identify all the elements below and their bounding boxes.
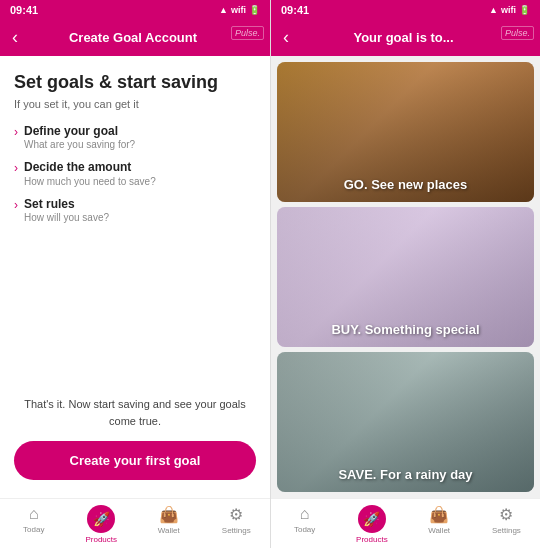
pulse-logo-left: Pulse. bbox=[231, 26, 264, 40]
goal-card-savings[interactable]: SAVE. For a rainy day bbox=[277, 352, 534, 492]
nav-settings-label-right: Settings bbox=[492, 526, 521, 535]
nav-settings-left[interactable]: ⚙ Settings bbox=[203, 499, 271, 548]
status-bar-left: 09:41 ▲ wifi 🔋 bbox=[0, 0, 270, 18]
nav-settings-label-left: Settings bbox=[222, 526, 251, 535]
settings-icon-left: ⚙ bbox=[229, 505, 243, 524]
card-label-shopping: BUY. Something special bbox=[331, 322, 479, 337]
time-right: 09:41 bbox=[281, 4, 309, 16]
main-title: Set goals & start saving bbox=[14, 72, 256, 94]
chevron-icon-2: › bbox=[14, 161, 18, 175]
home-icon-left: ⌂ bbox=[29, 505, 39, 523]
nav-today-label-right: Today bbox=[294, 525, 315, 534]
left-panel: 09:41 ▲ wifi 🔋 ‹ Create Goal Account Pul… bbox=[0, 0, 270, 548]
step-1-desc: What are you saving for? bbox=[24, 139, 135, 150]
sub-title: If you set it, you can get it bbox=[14, 98, 256, 110]
bottom-nav-left: ⌂ Today 🚀 Products 👜 Wallet ⚙ Settings bbox=[0, 498, 270, 548]
wifi-icon-right: wifi bbox=[501, 5, 516, 15]
left-content: Set goals & start saving If you set it, … bbox=[0, 56, 270, 498]
card-label-savings: SAVE. For a rainy day bbox=[338, 467, 472, 482]
signal-icon: ▲ bbox=[219, 5, 228, 15]
steps-list: › Define your goal What are you saving f… bbox=[14, 124, 256, 224]
battery-icons-left: ▲ wifi 🔋 bbox=[219, 5, 260, 15]
nav-products-right[interactable]: 🚀 Products bbox=[338, 499, 405, 548]
bottom-nav-right: ⌂ Today 🚀 Products 👜 Wallet ⚙ Settings bbox=[271, 498, 540, 548]
step-3: › Set rules How will you save? bbox=[14, 197, 256, 224]
battery-icon-right: 🔋 bbox=[519, 5, 530, 15]
nav-settings-right[interactable]: ⚙ Settings bbox=[473, 499, 540, 548]
nav-today-right[interactable]: ⌂ Today bbox=[271, 499, 338, 548]
status-bar-right: 09:41 ▲ wifi 🔋 bbox=[271, 0, 540, 18]
step-2-name: Decide the amount bbox=[24, 160, 156, 176]
nav-today-label-left: Today bbox=[23, 525, 44, 534]
step-3-name: Set rules bbox=[24, 197, 109, 213]
battery-icons-right: ▲ wifi 🔋 bbox=[489, 5, 530, 15]
header-left: ‹ Create Goal Account Pulse. bbox=[0, 18, 270, 56]
settings-icon-right: ⚙ bbox=[499, 505, 513, 524]
signal-icon-right: ▲ bbox=[489, 5, 498, 15]
step-2: › Decide the amount How much you need to… bbox=[14, 160, 256, 187]
goal-card-shopping[interactable]: BUY. Something special bbox=[277, 207, 534, 347]
home-icon-right: ⌂ bbox=[300, 505, 310, 523]
products-icon-left: 🚀 bbox=[87, 505, 115, 533]
battery-icon: 🔋 bbox=[249, 5, 260, 15]
step-2-desc: How much you need to save? bbox=[24, 176, 156, 187]
nav-products-label-right: Products bbox=[356, 535, 388, 544]
time-left: 09:41 bbox=[10, 4, 38, 16]
step-1-name: Define your goal bbox=[24, 124, 135, 140]
step-1: › Define your goal What are you saving f… bbox=[14, 124, 256, 151]
back-button-right[interactable]: ‹ bbox=[283, 28, 289, 46]
header-title-right: Your goal is to... bbox=[297, 30, 510, 45]
wifi-icon: wifi bbox=[231, 5, 246, 15]
goal-cards-container: GO. See new places BUY. Something specia… bbox=[271, 56, 540, 498]
goal-card-travel[interactable]: GO. See new places bbox=[277, 62, 534, 202]
nav-wallet-left[interactable]: 👜 Wallet bbox=[135, 499, 203, 548]
chevron-icon-3: › bbox=[14, 198, 18, 212]
pulse-logo-right: Pulse. bbox=[501, 26, 534, 40]
wallet-icon-right: 👜 bbox=[429, 505, 449, 524]
nav-today-left[interactable]: ⌂ Today bbox=[0, 499, 68, 548]
nav-products-label-left: Products bbox=[85, 535, 117, 544]
chevron-icon-1: › bbox=[14, 125, 18, 139]
wallet-icon-left: 👜 bbox=[159, 505, 179, 524]
back-button-left[interactable]: ‹ bbox=[12, 28, 18, 46]
step-3-desc: How will you save? bbox=[24, 212, 109, 223]
cta-description: That's it. Now start saving and see your… bbox=[14, 396, 256, 429]
right-panel: 09:41 ▲ wifi 🔋 ‹ Your goal is to... Puls… bbox=[270, 0, 540, 548]
card-label-travel: GO. See new places bbox=[344, 177, 468, 192]
nav-wallet-label-right: Wallet bbox=[428, 526, 450, 535]
header-title-left: Create Goal Account bbox=[26, 30, 240, 45]
products-icon-right: 🚀 bbox=[358, 505, 386, 533]
nav-products-left[interactable]: 🚀 Products bbox=[68, 499, 136, 548]
header-right: ‹ Your goal is to... Pulse. bbox=[271, 18, 540, 56]
create-goal-button[interactable]: Create your first goal bbox=[14, 441, 256, 480]
nav-wallet-label-left: Wallet bbox=[158, 526, 180, 535]
nav-wallet-right[interactable]: 👜 Wallet bbox=[406, 499, 473, 548]
